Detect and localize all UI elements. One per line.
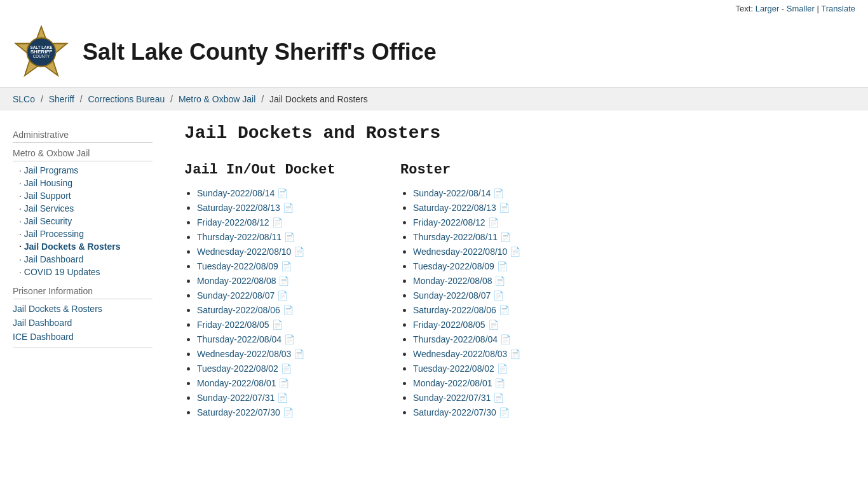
- pdf-icon: 📄: [497, 261, 508, 271]
- list-item: Tuesday-2022/08/02 📄: [197, 363, 362, 374]
- pdf-icon: 📄: [488, 217, 499, 227]
- pdf-icon: 📄: [493, 188, 504, 198]
- docket-link[interactable]: Friday-2022/08/05 📄: [197, 320, 283, 330]
- list-item: Tuesday-2022/08/02 📄: [413, 363, 578, 374]
- list-item: Friday-2022/08/05 📄: [197, 319, 362, 330]
- docket-link[interactable]: Thursday-2022/08/04 📄: [197, 334, 295, 344]
- roster-link[interactable]: Sunday-2022/07/31 📄: [413, 393, 504, 403]
- pdf-icon: 📄: [294, 349, 304, 359]
- roster-link[interactable]: Thursday-2022/08/04 📄: [413, 334, 511, 344]
- pdf-icon: 📄: [488, 320, 499, 330]
- list-item: Sunday-2022/07/31 📄: [413, 392, 578, 403]
- pdf-icon: 📄: [281, 363, 292, 374]
- roster-column-title: Roster: [400, 162, 578, 178]
- pdf-icon: 📄: [283, 203, 294, 213]
- sidebar: Administrative Metro & Oxbow Jail Jail P…: [13, 123, 165, 421]
- list-item: Saturday-2022/08/13 📄: [197, 202, 362, 214]
- docket-link[interactable]: Saturday-2022/08/06 📄: [197, 305, 294, 315]
- site-title: Salt Lake County Sheriff's Office: [83, 39, 437, 65]
- pdf-icon: 📄: [283, 305, 294, 315]
- sidebar-item-covid[interactable]: COVID 19 Updates: [13, 266, 153, 278]
- sidebar-item-jail-programs[interactable]: Jail Programs: [13, 164, 153, 177]
- docket-link[interactable]: Friday-2022/08/12 📄: [197, 217, 283, 227]
- roster-link[interactable]: Wednesday-2022/08/03 📄: [413, 349, 520, 359]
- roster-column: Roster Sunday-2022/08/14 📄 Saturday-2022…: [400, 162, 578, 421]
- docket-link[interactable]: Sunday-2022/08/07 📄: [197, 290, 288, 301]
- sheriff-badge-icon: SALT LAKE SHERIFF COUNTY: [13, 24, 70, 81]
- docket-link[interactable]: Tuesday-2022/08/02 📄: [197, 363, 292, 374]
- smaller-link[interactable]: Smaller: [787, 4, 815, 13]
- roster-link[interactable]: Sunday-2022/08/14 📄: [413, 188, 504, 198]
- roster-link[interactable]: Monday-2022/08/08 📄: [413, 276, 505, 286]
- breadcrumb-current: Jail Dockets and Rosters: [269, 94, 368, 104]
- breadcrumb-sheriff[interactable]: Sheriff: [49, 94, 74, 104]
- sidebar-item-jail-dashboard-2[interactable]: Jail Dashboard: [13, 316, 153, 330]
- list-item: Wednesday-2022/08/03 📄: [413, 348, 578, 360]
- docket-link[interactable]: Monday-2022/08/01 📄: [197, 378, 289, 388]
- roster-link[interactable]: Tuesday-2022/08/09 📄: [413, 261, 508, 271]
- breadcrumb-sep2: /: [80, 94, 85, 104]
- list-item: Wednesday-2022/08/10 📄: [413, 246, 578, 257]
- roster-link[interactable]: Tuesday-2022/08/02 📄: [413, 363, 508, 374]
- list-item: Friday-2022/08/12 📄: [413, 217, 578, 228]
- docket-link[interactable]: Wednesday-2022/08/03 📄: [197, 349, 304, 359]
- list-item: Sunday-2022/08/07 📄: [197, 290, 362, 301]
- roster-list: Sunday-2022/08/14 📄 Saturday-2022/08/13 …: [400, 187, 578, 418]
- sidebar-item-jail-processing[interactable]: Jail Processing: [13, 227, 153, 240]
- list-item: Wednesday-2022/08/10 📄: [197, 246, 362, 257]
- roster-link[interactable]: Thursday-2022/08/11 📄: [413, 232, 511, 242]
- page-title: Jail Dockets and Rosters: [184, 123, 855, 143]
- docket-link[interactable]: Saturday-2022/08/13 📄: [197, 203, 294, 213]
- sidebar-item-jail-dashboard[interactable]: Jail Dashboard: [13, 253, 153, 266]
- pdf-icon: 📄: [494, 276, 505, 286]
- docket-link[interactable]: Sunday-2022/07/31 📄: [197, 393, 288, 403]
- pdf-icon: 📄: [493, 290, 504, 301]
- pdf-icon: 📄: [493, 393, 504, 403]
- pdf-icon: 📄: [500, 334, 511, 344]
- breadcrumb-slco[interactable]: SLCo: [13, 94, 35, 104]
- roster-link[interactable]: Monday-2022/08/01 📄: [413, 378, 505, 388]
- list-item: Friday-2022/08/12 📄: [197, 217, 362, 228]
- list-item: Monday-2022/08/08 📄: [413, 275, 578, 287]
- pdf-icon: 📄: [278, 276, 289, 286]
- pdf-icon: 📄: [277, 290, 288, 301]
- roster-link[interactable]: Friday-2022/08/12 📄: [413, 217, 499, 227]
- pdf-icon: 📄: [510, 349, 520, 359]
- list-item: Saturday-2022/08/06 📄: [413, 304, 578, 316]
- docket-link[interactable]: Thursday-2022/08/11 📄: [197, 232, 295, 242]
- sidebar-item-jail-dockets[interactable]: Jail Dockets & Rosters: [13, 240, 153, 253]
- breadcrumb-metro[interactable]: Metro & Oxbow Jail: [179, 94, 255, 104]
- docket-link[interactable]: Saturday-2022/07/30 📄: [197, 407, 294, 417]
- list-item: Wednesday-2022/08/03 📄: [197, 348, 362, 360]
- text-label: Text:: [736, 4, 753, 13]
- pdf-icon: 📄: [283, 407, 294, 417]
- sidebar-item-jail-security[interactable]: Jail Security: [13, 215, 153, 227]
- docket-link[interactable]: Tuesday-2022/08/09 📄: [197, 261, 292, 271]
- larger-link[interactable]: Larger: [756, 4, 780, 13]
- pdf-icon: 📄: [272, 217, 283, 227]
- docket-link[interactable]: Monday-2022/08/08 📄: [197, 276, 289, 286]
- docket-link[interactable]: Wednesday-2022/08/10 📄: [197, 247, 304, 257]
- breadcrumb-bar: SLCo / Sheriff / Corrections Bureau / Me…: [0, 88, 868, 111]
- sidebar-item-dockets-rosters[interactable]: Jail Dockets & Rosters: [13, 302, 153, 316]
- docket-link[interactable]: Sunday-2022/08/14 📄: [197, 188, 288, 198]
- roster-link[interactable]: Saturday-2022/07/30 📄: [413, 407, 510, 417]
- roster-link[interactable]: Friday-2022/08/05 📄: [413, 320, 499, 330]
- pdf-icon: 📄: [499, 407, 510, 417]
- sidebar-title-prisoner: Prisoner Information: [13, 286, 153, 299]
- sidebar-item-jail-housing[interactable]: Jail Housing: [13, 177, 153, 189]
- list-item: Thursday-2022/08/11 📄: [197, 231, 362, 243]
- list-item: Sunday-2022/08/07 📄: [413, 290, 578, 301]
- breadcrumb-corrections[interactable]: Corrections Bureau: [88, 94, 165, 104]
- roster-link[interactable]: Sunday-2022/08/07 📄: [413, 290, 504, 301]
- roster-link[interactable]: Saturday-2022/08/13 📄: [413, 203, 510, 213]
- roster-link[interactable]: Wednesday-2022/08/10 📄: [413, 247, 520, 257]
- roster-link[interactable]: Saturday-2022/08/06 📄: [413, 305, 510, 315]
- translate-link[interactable]: Translate: [821, 4, 855, 13]
- sidebar-item-jail-support[interactable]: Jail Support: [13, 189, 153, 202]
- pdf-icon: 📄: [499, 305, 510, 315]
- sidebar-item-ice-dashboard[interactable]: ICE Dashboard: [13, 330, 153, 344]
- sidebar-item-jail-services[interactable]: Jail Services: [13, 202, 153, 215]
- logo-area: SALT LAKE SHERIFF COUNTY: [13, 24, 70, 81]
- list-item: Tuesday-2022/08/09 📄: [413, 261, 578, 272]
